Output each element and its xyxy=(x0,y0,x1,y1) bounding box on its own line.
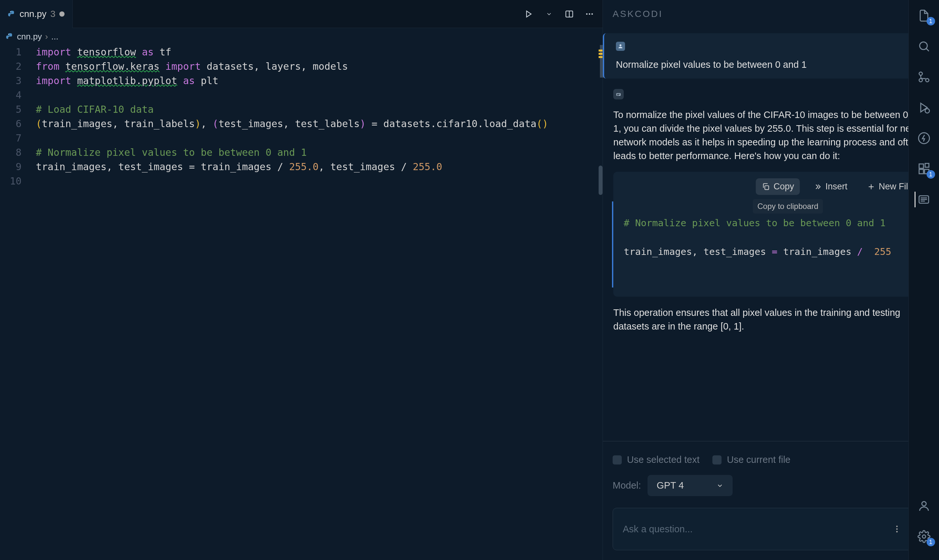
code-snippet-block: Copy Insert New File Copy to clipboard #… xyxy=(613,172,928,297)
more-actions-button[interactable] xyxy=(584,9,595,19)
source-control-icon[interactable] xyxy=(916,69,932,85)
tab-dirty-indicator xyxy=(59,11,65,17)
python-icon xyxy=(6,32,14,40)
ai-response-text-2: This operation ensures that all pixel va… xyxy=(613,306,928,333)
explorer-badge: 1 xyxy=(927,17,935,25)
extensions-icon[interactable]: 1 xyxy=(916,161,932,177)
explorer-icon[interactable]: 1 xyxy=(916,8,932,23)
ai-avatar-icon xyxy=(613,89,624,99)
svg-point-8 xyxy=(619,44,622,46)
model-label: Model: xyxy=(613,480,641,491)
chat-pane: ASKCODI Normalize pixel values to be bet… xyxy=(602,0,939,560)
split-editor-button[interactable] xyxy=(564,9,574,19)
svg-point-15 xyxy=(896,526,898,528)
svg-rect-30 xyxy=(919,164,924,168)
code-snippet: # Normalize pixel values to be between 0… xyxy=(612,202,928,288)
svg-rect-33 xyxy=(925,163,929,167)
bolt-icon[interactable] xyxy=(916,131,932,146)
svg-rect-12 xyxy=(765,185,769,189)
tab-problems-badge: 3 xyxy=(51,9,56,19)
svg-point-6 xyxy=(591,13,593,15)
breadcrumb[interactable]: cnn.py › ... xyxy=(0,28,602,45)
user-message-text: Normalize pixel values to be between 0 a… xyxy=(616,59,924,70)
editor-pane: cnn.py 3 xyxy=(0,0,602,560)
scroll-marker xyxy=(599,56,602,58)
activity-bar: 1 1 1 xyxy=(908,0,939,560)
python-icon xyxy=(8,10,15,18)
scroll-marker xyxy=(599,49,602,51)
tab-bar: cnn.py 3 xyxy=(0,0,602,28)
copy-label: Copy xyxy=(773,182,794,192)
chat-input-placeholder: Ask a question... xyxy=(623,524,886,535)
svg-point-26 xyxy=(919,78,922,82)
svg-point-0 xyxy=(10,11,11,12)
settings-badge: 1 xyxy=(927,538,935,546)
svg-point-4 xyxy=(586,13,588,15)
svg-point-7 xyxy=(8,34,9,35)
chat-input[interactable]: Ask a question... xyxy=(613,508,929,550)
svg-line-23 xyxy=(926,49,928,51)
line-gutter: 1 2 3 4 5 6 7 8 9 10 xyxy=(0,45,36,560)
insert-button[interactable]: Insert xyxy=(808,178,853,195)
checkbox-icon xyxy=(613,455,622,465)
settings-icon[interactable]: 1 xyxy=(916,529,932,545)
user-avatar-icon xyxy=(616,42,625,51)
model-select[interactable]: GPT 4 xyxy=(648,475,733,496)
insert-label: Insert xyxy=(825,182,847,192)
svg-rect-31 xyxy=(919,169,924,174)
ai-message: To normalize the pixel values of the CIF… xyxy=(613,89,928,333)
new-file-label: New File xyxy=(879,182,913,192)
chat-body: Normalize pixel values to be between 0 a… xyxy=(603,28,939,441)
svg-point-24 xyxy=(919,72,922,75)
code-content[interactable]: import tensorflow as tf from tensorflow.… xyxy=(36,45,602,560)
tab-filename: cnn.py xyxy=(20,9,47,19)
file-tab[interactable]: cnn.py 3 xyxy=(0,0,73,28)
ai-response-text: To normalize the pixel values of the CIF… xyxy=(613,108,928,163)
svg-marker-27 xyxy=(921,103,927,112)
code-editor[interactable]: 1 2 3 4 5 6 7 8 9 10 import tensorflow a… xyxy=(0,45,602,560)
svg-point-17 xyxy=(896,531,898,532)
pane-resize-handle[interactable] xyxy=(599,166,602,195)
svg-point-16 xyxy=(896,528,898,530)
svg-point-39 xyxy=(922,535,926,538)
use-file-checkbox[interactable]: Use current file xyxy=(713,454,790,465)
chat-header: ASKCODI xyxy=(603,0,939,28)
svg-point-22 xyxy=(919,42,927,49)
svg-point-25 xyxy=(926,78,929,82)
search-icon[interactable] xyxy=(916,38,932,54)
more-icon[interactable] xyxy=(892,525,902,534)
breadcrumb-file: cnn.py xyxy=(17,32,42,42)
breadcrumb-extra: ... xyxy=(51,32,58,42)
scroll-marker xyxy=(599,53,602,55)
svg-point-38 xyxy=(922,502,926,506)
model-value: GPT 4 xyxy=(657,480,684,491)
use-selected-checkbox[interactable]: Use selected text xyxy=(613,454,699,465)
chevron-down-icon xyxy=(716,482,723,489)
chat-footer: Use selected text Use current file Model… xyxy=(603,441,939,560)
copy-tooltip: Copy to clipboard xyxy=(753,199,823,214)
svg-point-28 xyxy=(925,109,929,113)
run-debug-icon[interactable] xyxy=(916,100,932,115)
extensions-badge: 1 xyxy=(927,170,935,178)
svg-point-5 xyxy=(589,13,591,15)
copy-button[interactable]: Copy xyxy=(756,178,800,195)
checkbox-icon xyxy=(713,455,722,465)
run-dropdown[interactable] xyxy=(544,9,554,19)
user-message: Normalize pixel values to be between 0 a… xyxy=(603,33,935,78)
svg-marker-1 xyxy=(526,11,531,17)
run-button[interactable] xyxy=(523,9,534,19)
account-icon[interactable] xyxy=(916,498,932,514)
askcodi-icon[interactable] xyxy=(914,192,930,207)
svg-point-29 xyxy=(919,133,929,143)
chevron-right-icon: › xyxy=(45,32,48,42)
